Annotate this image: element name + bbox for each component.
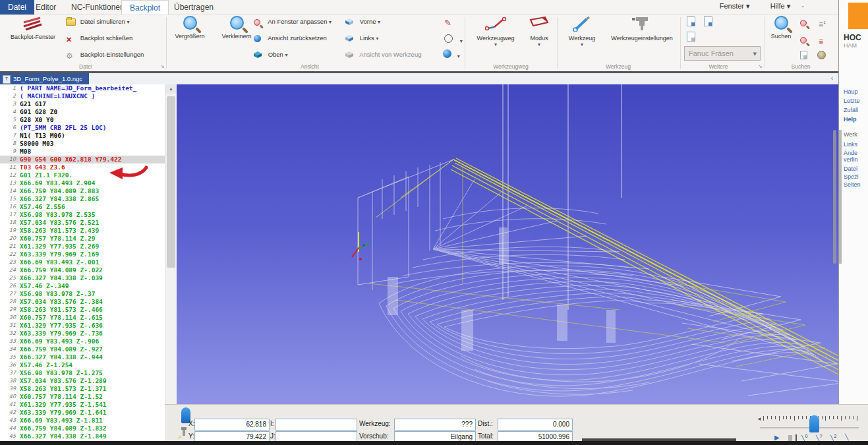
wiki-link-haup[interactable]: Haup (844, 88, 858, 95)
code-line-6[interactable]: 6(PT_5MM CRB 2FL 25 LOC) (0, 124, 165, 132)
code-line-16[interactable]: 16X57.46 Z.556 (0, 203, 165, 211)
oben-item[interactable]: Oben ▾ (254, 51, 288, 59)
code-line-45[interactable]: 45X66.327 Y84.338 Z-1.849 (0, 432, 165, 440)
code-line-8[interactable]: 8S8000 M03 (0, 140, 165, 148)
code-line-7[interactable]: 7N1( T13 M06) (0, 132, 165, 140)
backplot-3d-viewport[interactable] (177, 84, 838, 404)
code-line-43[interactable]: 43X66.69 Y83.493 Z-1.811 (0, 417, 165, 425)
tab-scroll-left-icon[interactable]: ‹ (831, 74, 833, 82)
code-line-26[interactable]: 26X57.46 Z-.349 (0, 282, 165, 290)
code-line-1[interactable]: 1( PART NAME=3D_Form_bearbeitet_ (0, 84, 165, 92)
code-line-35[interactable]: 35X66.327 Y84.338 Z-.944 (0, 353, 165, 361)
code-line-18[interactable]: 18X57.034 Y83.576 Z.521 (0, 219, 165, 227)
tab-uebertragen[interactable]: Übertragen (166, 0, 221, 15)
code-line-40[interactable]: 40X60.757 Y78.114 Z-1.52 (0, 393, 165, 401)
wiki-link-links[interactable]: Links (844, 141, 857, 148)
export-icon[interactable] (687, 16, 695, 29)
code-line-5[interactable]: 5G28 X0 Y0 (0, 116, 165, 124)
werkzeug-button[interactable]: Werkzeug ▾ (562, 16, 602, 47)
viewport-scrollbar-thumb[interactable] (833, 130, 836, 264)
code-line-39[interactable]: 39X58.263 Y81.573 Z-1.371 (0, 385, 165, 393)
code-line-12[interactable]: 12G01 Z1.1 F320. (0, 171, 165, 179)
tab-editor[interactable]: Editor (28, 0, 64, 15)
backplot-einstellungen-item[interactable]: ⚙ Backplot-Einstellungen (66, 51, 144, 60)
machine-type-select[interactable]: Fanuc Fräsen▾ (684, 46, 761, 61)
vorne-item[interactable]: Vorne ▾ (345, 18, 380, 26)
editor-scroll-thumb[interactable] (167, 96, 175, 268)
code-line-41[interactable]: 41X61.329 Y77.935 Z-1.541 (0, 401, 165, 409)
tab-backplot[interactable]: Backplot (121, 0, 169, 15)
code-line-11[interactable]: 11T03 G43 Z3.6 (0, 163, 165, 171)
measure-item[interactable]: ✎ (444, 18, 451, 28)
code-line-13[interactable]: 13X66.69 Y83.493 Z.904 (0, 179, 165, 187)
x-value-field[interactable]: 62.818 (194, 419, 270, 430)
weitere-dialog-launcher[interactable]: ↘ (758, 63, 763, 69)
modus-button[interactable]: Modus ▾ (523, 16, 555, 47)
wiki-link-help[interactable]: Help (844, 116, 857, 123)
solid-view-item[interactable]: ▾ (443, 49, 460, 59)
code-line-19[interactable]: 19X58.263 Y81.573 Z.439 (0, 227, 165, 235)
import-icon[interactable] (704, 16, 712, 29)
code-line-3[interactable]: 3G21 G17 (0, 100, 165, 108)
file-gray-icon[interactable] (687, 32, 695, 44)
code-line-36[interactable]: 36X57.46 Z-1.254 (0, 361, 165, 369)
i-value-field[interactable] (275, 419, 357, 430)
code-line-27[interactable]: 27X56.98 Y83.978 Z-.37 (0, 290, 165, 298)
suchen-button[interactable]: Suchen (766, 16, 796, 40)
dist-value-field[interactable]: 0.000 (498, 419, 573, 430)
wiki-link-letzte[interactable]: Letzte (844, 98, 860, 104)
ansicht-von-werkzeug-item[interactable]: Ansicht von Werkzeug (345, 51, 421, 59)
code-line-33[interactable]: 33X66.69 Y83.493 Z-.906 (0, 338, 165, 345)
code-line-22[interactable]: 22X63.339 Y79.969 Z.169 (0, 251, 165, 258)
code-line-17[interactable]: 17X56.98 Y83.978 Z.535 (0, 211, 165, 219)
code-line-20[interactable]: 20X60.757 Y78.114 Z.29 (0, 235, 165, 243)
wiki-link-spezi[interactable]: Spezi (844, 173, 859, 180)
code-line-9[interactable]: 9M08 (0, 148, 165, 156)
ansicht-zuruecksetzen-item[interactable]: Ansicht zurücksetzen (254, 34, 327, 44)
code-line-23[interactable]: 23X66.69 Y83.493 Z-.001 (0, 258, 165, 266)
menu-fenster[interactable]: Fenster ▾ (710, 2, 750, 10)
werkzeugweg-button[interactable]: Werkzeugweg ▾ (469, 16, 522, 47)
code-line-10[interactable]: 10G90 G54 G00 X62.818 Y79.422 (0, 156, 165, 163)
code-line-2[interactable]: 2( MACHINE=LINUXCNC ) (0, 92, 165, 100)
step-tool-next-icon[interactable]: ╲ (845, 434, 848, 440)
code-line-15[interactable]: 15X66.327 Y84.338 Z.865 (0, 195, 165, 203)
wiki-link-datei[interactable]: Datei (844, 165, 857, 172)
code-line-25[interactable]: 25X66.327 Y84.338 Z-.039 (0, 274, 165, 282)
wiki-link-verlin[interactable]: verlin (844, 156, 858, 163)
wiki-link-seiten[interactable]: Seiten (844, 181, 861, 188)
code-line-14[interactable]: 14X66.759 Y84.089 Z.883 (0, 187, 165, 195)
scroll-up-icon[interactable]: ▲ (165, 84, 177, 94)
code-line-28[interactable]: 28X57.034 Y83.576 Z-.384 (0, 298, 165, 306)
code-line-42[interactable]: 42X63.339 Y79.969 Z-1.641 (0, 409, 165, 417)
code-line-21[interactable]: 21X61.329 Y77.935 Z.269 (0, 243, 165, 251)
werkzeug-value-field[interactable]: ??? (394, 419, 476, 430)
goto-line-icon[interactable]: ≣1 (819, 17, 826, 29)
vergroessern-button[interactable]: Vergrößern (168, 16, 212, 40)
doc-search-icon[interactable] (800, 50, 807, 62)
play-icon[interactable]: ▶ (774, 434, 780, 441)
an-fenster-anpassen-item[interactable]: An Fenster anpassen ▾ (254, 18, 332, 28)
document-tab[interactable]: T 3D_Form_Polye_1.0.ngc (0, 73, 89, 84)
find-prev-icon[interactable] (800, 34, 807, 46)
datei-dialog-launcher[interactable]: ↘ (160, 63, 165, 69)
code-line-38[interactable]: 38X57.034 Y83.576 Z-1.289 (0, 377, 165, 385)
code-line-24[interactable]: 24X66.759 Y84.089 Z-.022 (0, 266, 165, 274)
code-line-31[interactable]: 31X61.329 Y77.935 Z-.636 (0, 322, 165, 330)
nc-code-editor[interactable]: 1( PART NAME=3D_Form_bearbeitet_2( MACHI… (0, 84, 165, 445)
verkleinern-button[interactable]: Verkleinern (215, 16, 258, 40)
code-line-30[interactable]: 30X60.757 Y78.114 Z-.615 (0, 314, 165, 322)
editor-scrollbar[interactable]: ▲ ▼ (165, 84, 177, 445)
backplot-schliessen-item[interactable]: ✕ Backplot schließen (66, 34, 132, 44)
compass-icon[interactable] (817, 50, 826, 62)
slider-left-arrow-icon[interactable]: ◄ (757, 416, 762, 422)
wiki-link-ände[interactable]: Ände (844, 150, 857, 156)
wiki-link-zufäll[interactable]: Zufäll (844, 107, 858, 113)
datei-simulieren-item[interactable]: Datei simulieren ▾ (66, 18, 129, 27)
werkzeugeinstellungen-button[interactable]: Werkzeugeinstellungen (605, 16, 679, 42)
links-item[interactable]: Links ▾ (345, 34, 378, 43)
code-line-4[interactable]: 4G91 G28 Z0 (0, 108, 165, 116)
code-line-34[interactable]: 34X66.759 Y84.089 Z-.927 (0, 345, 165, 353)
code-line-32[interactable]: 32X63.339 Y79.969 Z-.736 (0, 330, 165, 338)
wiki-scrollbar-thumb[interactable] (839, 130, 842, 264)
